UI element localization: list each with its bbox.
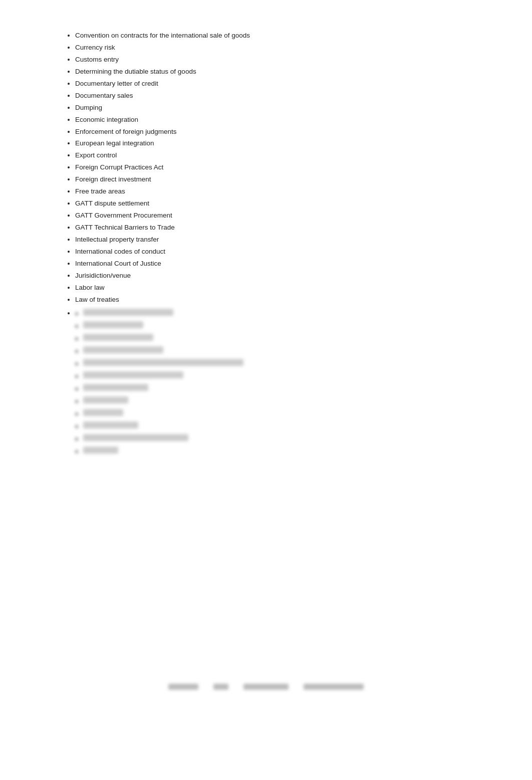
list-item: Intellectual property transfer: [75, 234, 492, 246]
list-item: International Court of Justice: [75, 258, 492, 270]
footer-blurred: [168, 684, 364, 690]
list-item: Export control: [75, 150, 492, 161]
blurred-list: [60, 308, 492, 457]
list-item: GATT dispute settlement: [75, 198, 492, 210]
list-item: Economic integration: [75, 114, 492, 126]
list-item: Law of treaties: [75, 294, 492, 306]
list-item: Enforcement of foreign judgments: [75, 126, 492, 138]
list-item: Determining the dutiable status of goods: [75, 66, 492, 78]
list-item: Dumping: [75, 102, 492, 114]
list-item: Customs entry: [75, 54, 492, 66]
list-item: European legal integration: [75, 138, 492, 149]
list-item: Currency risk: [75, 42, 492, 54]
list-item: GATT Technical Barriers to Trade: [75, 222, 492, 234]
list-item: Foreign direct investment: [75, 174, 492, 185]
list-item: Documentary letter of credit: [75, 78, 492, 90]
list-item: Convention on contracts for the internat…: [75, 30, 492, 42]
list-item: Documentary sales: [75, 90, 492, 102]
list-item: Jurisidiction/venue: [75, 270, 492, 282]
list-item: Foreign Corrupt Practices Act: [75, 162, 492, 173]
list-item: Labor law: [75, 282, 492, 294]
list-item: International codes of conduct: [75, 246, 492, 258]
list-item: Free trade areas: [75, 186, 492, 198]
main-list: Convention on contracts for the internat…: [60, 30, 492, 306]
list-item: GATT Government Procurement: [75, 210, 492, 222]
